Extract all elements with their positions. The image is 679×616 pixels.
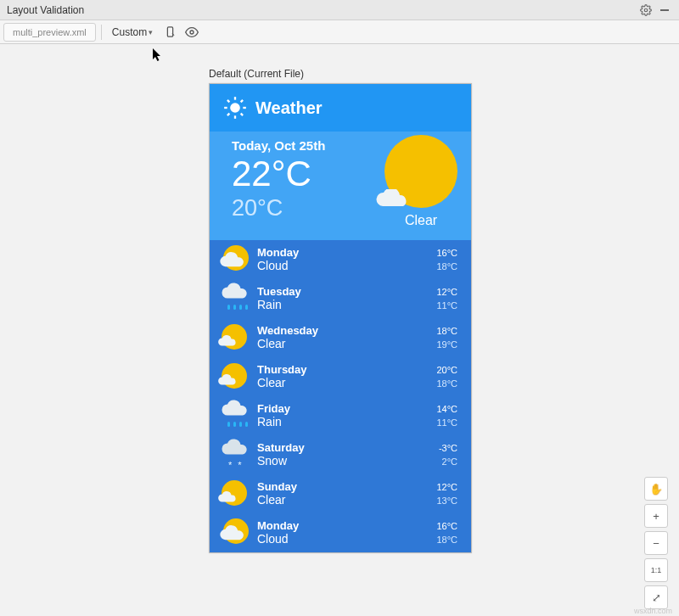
forecast-day: Monday: [257, 246, 436, 260]
forecast-icon-clear: [218, 478, 252, 510]
forecast-row[interactable]: Tuesday Rain 12°C 11°C: [210, 279, 471, 318]
forecast-condition: Clear: [257, 337, 436, 351]
forecast-icon-clear: [218, 361, 252, 393]
zoom-in-button[interactable]: +: [644, 504, 668, 528]
forecast-low: 19°C: [436, 339, 457, 350]
svg-line-7: [227, 100, 229, 102]
gear-icon[interactable]: [638, 3, 654, 18]
expand-icon: ⤢: [652, 591, 661, 604]
svg-rect-1: [660, 9, 669, 11]
svg-rect-2: [167, 27, 172, 36]
forecast-row[interactable]: Wednesday Clear 18°C 19°C: [210, 318, 471, 357]
svg-point-3: [190, 31, 194, 34]
watermark: wsxdn.com: [634, 607, 672, 615]
forecast-day: Sunday: [257, 480, 436, 494]
forecast-list: Monday Cloud 16°C 18°C Tuesday Rain 12°C…: [210, 240, 471, 552]
forecast-icon-snow: * *: [218, 439, 252, 471]
forecast-day: Tuesday: [257, 285, 436, 299]
today-low: 20°C: [232, 195, 384, 221]
zoom-actual-button[interactable]: 1:1: [644, 558, 668, 582]
forecast-row[interactable]: Sunday Clear 12°C 13°C: [210, 474, 471, 513]
hand-icon: ✋: [649, 483, 663, 496]
pan-tool-button[interactable]: ✋: [644, 477, 668, 501]
forecast-high: 20°C: [436, 365, 457, 375]
zoom-fit-button[interactable]: ⤢: [644, 585, 668, 609]
forecast-condition: Clear: [257, 493, 436, 507]
forecast-condition: Cloud: [257, 259, 436, 273]
panel-title: Layout Validation: [7, 4, 635, 16]
divider: [101, 25, 102, 40]
forecast-icon-clear: [218, 322, 252, 354]
forecast-day: Saturday: [257, 441, 439, 455]
svg-line-11: [227, 114, 229, 115]
svg-line-8: [241, 114, 243, 115]
config-dropdown[interactable]: Custom ▾: [107, 23, 158, 42]
today-high: 22°C: [232, 154, 384, 193]
forecast-row[interactable]: * * Saturday Snow -3°C 2°C: [210, 435, 471, 474]
forecast-high: 14°C: [436, 404, 457, 414]
today-date: Today, Oct 25th: [232, 138, 384, 153]
forecast-day: Friday: [257, 402, 436, 416]
forecast-condition: Rain: [257, 298, 436, 312]
one-to-one-label: 1:1: [651, 566, 662, 574]
forecast-high: 16°C: [436, 248, 457, 258]
forecast-high: 18°C: [436, 326, 457, 336]
forecast-high: 12°C: [436, 482, 457, 492]
file-tab-label: multi_preview.xml: [13, 27, 87, 37]
forecast-row[interactable]: Monday Cloud 16°C 18°C: [210, 513, 471, 552]
forecast-high: 16°C: [436, 521, 457, 531]
dropdown-label: Custom: [112, 26, 147, 38]
forecast-day: Monday: [257, 519, 436, 533]
forecast-icon-cloud-sun: [218, 244, 252, 276]
today-weather-icon: [384, 135, 457, 208]
forecast-row[interactable]: Monday Cloud 16°C 18°C: [210, 240, 471, 279]
forecast-low: 18°C: [436, 261, 457, 272]
svg-point-0: [644, 8, 648, 12]
plus-icon: +: [653, 510, 659, 523]
forecast-icon-cloud-sun: [218, 517, 252, 549]
minus-icon: −: [653, 537, 659, 550]
forecast-icon-rain: [218, 283, 252, 315]
svg-point-4: [231, 104, 238, 111]
sun-icon: [223, 96, 247, 120]
forecast-low: 2°C: [439, 456, 457, 467]
forecast-low: 18°C: [436, 535, 457, 545]
forecast-condition: Snow: [257, 454, 439, 468]
zoom-out-button[interactable]: −: [644, 531, 668, 555]
file-tab[interactable]: multi_preview.xml: [3, 23, 96, 42]
eye-icon[interactable]: [182, 22, 202, 42]
app-header: Weather: [210, 84, 471, 132]
forecast-icon-rain: [218, 400, 252, 432]
forecast-low: 11°C: [436, 417, 457, 428]
forecast-low: 18°C: [436, 378, 457, 389]
today-block: Today, Oct 25th 22°C 20°C Clear: [210, 132, 471, 240]
device-rotate-icon[interactable]: [160, 22, 180, 42]
svg-line-12: [241, 100, 243, 102]
forecast-low: 13°C: [436, 496, 457, 506]
forecast-low: 11°C: [436, 300, 457, 311]
minimize-icon[interactable]: [657, 3, 672, 18]
forecast-row[interactable]: Friday Rain 14°C 11°C: [210, 396, 471, 435]
forecast-condition: Cloud: [257, 532, 436, 546]
forecast-day: Wednesday: [257, 324, 436, 338]
forecast-condition: Clear: [257, 376, 436, 390]
app-title: Weather: [255, 98, 323, 118]
chevron-down-icon: ▾: [149, 28, 153, 36]
forecast-condition: Rain: [257, 415, 436, 429]
today-condition: Clear: [384, 213, 457, 228]
preview-label: Default (Current File): [209, 68, 304, 80]
forecast-high: 12°C: [436, 287, 457, 297]
forecast-row[interactable]: Thursday Clear 20°C 18°C: [210, 357, 471, 396]
forecast-day: Thursday: [257, 363, 436, 377]
device-preview: Weather Today, Oct 25th 22°C 20°C Clear …: [209, 83, 472, 553]
forecast-high: -3°C: [439, 443, 457, 453]
